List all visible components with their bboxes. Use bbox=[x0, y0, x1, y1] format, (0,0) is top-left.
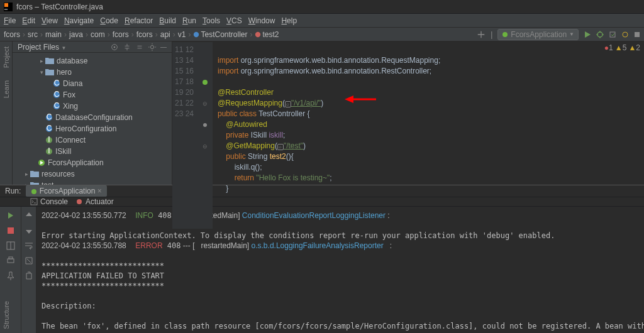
run-config-select[interactable]: FcorsApplication ▼ bbox=[497, 29, 579, 40]
gutter-icons[interactable]: ⊖⊖ bbox=[197, 42, 213, 229]
wrap-icon[interactable] bbox=[24, 241, 34, 251]
crumb-class[interactable]: TestController bbox=[201, 30, 247, 39]
crumb-4[interactable]: com bbox=[91, 30, 105, 39]
svg-text:C: C bbox=[47, 114, 52, 121]
stop-icon[interactable] bbox=[634, 31, 640, 38]
tree-item-database[interactable]: ▸database bbox=[13, 55, 172, 67]
pin-icon[interactable] bbox=[6, 271, 16, 281]
crumb-method[interactable]: test2 bbox=[262, 30, 279, 39]
learn-tool-tab[interactable]: Learn bbox=[3, 80, 10, 98]
svg-text:I: I bbox=[48, 136, 50, 144]
svg-rect-7 bbox=[610, 32, 615, 37]
run-label: Run: bbox=[5, 187, 21, 195]
line-gutter[interactable]: 11 12 13 14 15 16 17 18 19 20 21 22 23 2… bbox=[172, 42, 197, 229]
run-config-tab[interactable]: FcorsApplication × bbox=[26, 185, 106, 197]
project-tree[interactable]: ▸database▾heroCDianaCFoxCXingCDatabaseCo… bbox=[13, 53, 172, 185]
clear-icon[interactable] bbox=[24, 271, 34, 281]
menu-tools[interactable]: Tools bbox=[203, 16, 220, 25]
menu-help[interactable]: Help bbox=[281, 16, 297, 25]
tree-item-iskill[interactable]: IISkill bbox=[13, 146, 172, 157]
svg-point-32 bbox=[77, 199, 82, 204]
rerun-icon[interactable] bbox=[6, 210, 16, 221]
left-bottom-tool-bar: Structure bbox=[0, 297, 13, 333]
svg-point-4 bbox=[255, 31, 260, 36]
code-area[interactable]: ●1 ▲5 ▲2 11 12 13 14 15 16 17 18 19 20 2… bbox=[172, 42, 644, 229]
menu-build[interactable]: Build bbox=[159, 16, 176, 25]
breadcrumbs: fcors› src› main› java› com› fcors› fcor… bbox=[4, 30, 279, 39]
settings-icon[interactable] bbox=[148, 43, 157, 52]
profile-icon[interactable] bbox=[621, 31, 629, 38]
stop-icon[interactable] bbox=[6, 226, 16, 236]
svg-point-29 bbox=[203, 123, 207, 127]
nav-bar: fcors› src› main› java› com› fcors› fcor… bbox=[0, 28, 644, 41]
project-panel-title[interactable]: Project Files ▼ bbox=[18, 43, 106, 52]
tree-item-test[interactable]: ▸test bbox=[13, 180, 172, 185]
project-panel: Project Files ▼ — ▸database▾heroCDianaCF… bbox=[13, 41, 172, 185]
menu-vcs[interactable]: VCS bbox=[226, 16, 242, 25]
tree-item-resources[interactable]: ▸resources bbox=[13, 168, 172, 180]
menu-file[interactable]: File bbox=[4, 16, 16, 25]
editor: CTestController.java×CFcorsApplication.j… bbox=[172, 41, 644, 185]
window-title: fcors – TestController.java bbox=[16, 3, 103, 11]
menu-code[interactable]: Code bbox=[100, 16, 118, 25]
actuator-tab[interactable]: Actuator bbox=[75, 197, 114, 206]
tree-item-iconnect[interactable]: IIConnect bbox=[13, 134, 172, 146]
tree-item-diana[interactable]: CDiana bbox=[13, 78, 172, 89]
svg-text:C: C bbox=[54, 80, 60, 87]
console-tab[interactable]: Console bbox=[30, 197, 68, 206]
tree-item-xing[interactable]: CXing bbox=[13, 101, 172, 112]
menu-edit[interactable]: Edit bbox=[22, 16, 35, 25]
tree-item-fox[interactable]: CFox bbox=[13, 89, 172, 101]
debug-icon[interactable] bbox=[596, 31, 604, 38]
crumb-7[interactable]: api bbox=[160, 30, 170, 39]
expand-all-icon[interactable] bbox=[123, 43, 131, 52]
console-icon bbox=[30, 198, 38, 205]
svg-point-3 bbox=[194, 31, 199, 36]
tree-item-heroconfiguration[interactable]: CHeroConfiguration bbox=[13, 123, 172, 134]
app-logo-icon bbox=[4, 3, 13, 11]
hide-panel-icon[interactable]: — bbox=[160, 43, 167, 50]
crumb-8[interactable]: v1 bbox=[178, 30, 186, 39]
tree-item-hero[interactable]: ▾hero bbox=[13, 67, 172, 78]
tree-item-databaseconfiguration[interactable]: CDatabaseConfiguration bbox=[13, 112, 172, 123]
spring-icon bbox=[31, 188, 37, 195]
coverage-icon[interactable] bbox=[609, 31, 616, 38]
menu-view[interactable]: View bbox=[42, 16, 58, 25]
svg-point-28 bbox=[203, 80, 208, 85]
collapse-all-icon[interactable] bbox=[135, 43, 144, 52]
project-panel-header: Project Files ▼ — bbox=[13, 41, 172, 53]
crumb-5[interactable]: fcors bbox=[113, 30, 129, 39]
code-text[interactable]: import org.springframework.web.bind.anno… bbox=[213, 42, 644, 229]
main: Project Learn Project Files ▼ — ▸databas… bbox=[0, 41, 644, 185]
layout-icon[interactable] bbox=[6, 241, 16, 251]
down-icon[interactable] bbox=[24, 226, 34, 236]
structure-tool-tab[interactable]: Structure bbox=[3, 301, 10, 329]
menu-navigate[interactable]: Navigate bbox=[64, 16, 94, 25]
actuator-icon bbox=[75, 198, 83, 205]
svg-rect-31 bbox=[31, 199, 37, 205]
tree-item-fcorsapplication[interactable]: FcorsApplication bbox=[13, 157, 172, 168]
run-icon[interactable] bbox=[584, 31, 591, 38]
crumb-3[interactable]: java bbox=[69, 30, 83, 39]
crumb-6[interactable]: fcors bbox=[136, 30, 153, 39]
crumb-2[interactable]: main bbox=[45, 30, 62, 39]
crumb-1[interactable]: src bbox=[28, 30, 38, 39]
menu-run[interactable]: Run bbox=[182, 16, 196, 25]
svg-rect-1 bbox=[4, 3, 8, 6]
menu-refactor[interactable]: Refactor bbox=[125, 16, 153, 25]
select-opened-icon[interactable] bbox=[110, 43, 119, 52]
svg-rect-33 bbox=[8, 227, 14, 234]
crumb-0[interactable]: fcors bbox=[4, 30, 20, 39]
scroll-end-icon[interactable] bbox=[24, 256, 34, 266]
add-config-icon[interactable] bbox=[477, 30, 486, 39]
print-icon[interactable] bbox=[6, 256, 16, 266]
spring-icon bbox=[502, 31, 508, 38]
svg-text:C: C bbox=[54, 102, 60, 110]
project-tool-tab[interactable]: Project bbox=[3, 46, 10, 68]
menu-bar: File Edit View Navigate Code Refactor Bu… bbox=[0, 14, 644, 28]
svg-point-5 bbox=[502, 32, 508, 37]
svg-rect-36 bbox=[9, 257, 13, 259]
left-tool-window-bar: Project Learn bbox=[0, 41, 13, 185]
menu-window[interactable]: Window bbox=[248, 16, 275, 25]
up-icon[interactable] bbox=[24, 210, 34, 221]
